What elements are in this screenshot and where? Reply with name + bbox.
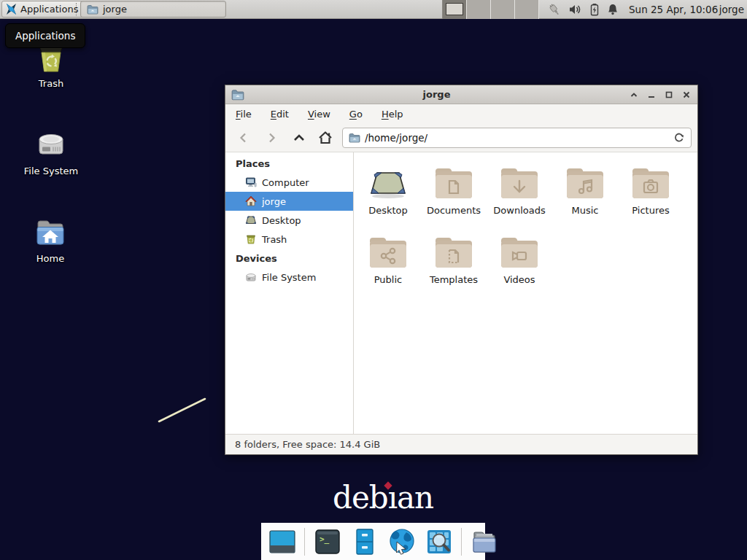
show-desktop-button[interactable] — [267, 526, 297, 556]
path-input[interactable] — [365, 132, 669, 144]
file-cabinet-icon — [350, 527, 379, 556]
folder-item-music[interactable]: Music — [552, 157, 618, 226]
location-bar[interactable] — [342, 128, 692, 148]
battery-icon[interactable] — [588, 3, 601, 16]
back-button[interactable] — [233, 127, 255, 149]
desktop-icon-label: File System — [24, 166, 78, 176]
sidebar-item-trash[interactable]: Trash — [225, 230, 353, 249]
folder-label: Documents — [427, 205, 481, 216]
desktop-place-icon — [245, 214, 257, 226]
volume-icon[interactable] — [568, 3, 581, 16]
pictures-folder-icon — [630, 166, 671, 201]
workspace-2[interactable] — [467, 0, 491, 19]
desktop-icon-label: Home — [36, 253, 64, 264]
menu-view[interactable]: View — [308, 109, 330, 120]
globe-icon — [387, 527, 417, 556]
templates-folder-icon — [433, 235, 474, 270]
network-icon[interactable] — [548, 3, 561, 16]
terminal-launcher[interactable]: >_ — [312, 526, 342, 556]
folder-item-videos[interactable]: Videos — [487, 226, 552, 295]
panel-separator — [76, 3, 79, 16]
shade-button[interactable] — [629, 90, 639, 100]
folder-label: Pictures — [632, 205, 669, 216]
menu-edit[interactable]: Edit — [271, 109, 289, 120]
folder-launcher[interactable] — [469, 526, 499, 556]
maximize-button[interactable] — [664, 90, 674, 100]
file-manager-window: jorge File Edit View Go Help — [225, 85, 698, 455]
file-manager-launcher[interactable] — [349, 526, 379, 556]
folder-grid: Desktop — [355, 157, 684, 295]
stray-line-artifact — [153, 394, 212, 427]
desktop-icon-filesystem[interactable]: File System — [11, 127, 91, 176]
menu-file[interactable]: File — [236, 109, 252, 120]
window-title: jorge — [244, 89, 629, 100]
application-finder-launcher[interactable] — [424, 526, 454, 556]
folder-item-downloads[interactable]: Downloads — [487, 157, 552, 226]
toolbar — [225, 123, 697, 152]
sidebar-item-desktop[interactable]: Desktop — [225, 211, 353, 230]
panel-clock[interactable]: Sun 25 Apr, 10:06 — [629, 0, 718, 19]
window-titlebar[interactable]: jorge — [225, 85, 697, 104]
menu-bar: File Edit View Go Help — [225, 104, 697, 123]
path-folder-icon — [349, 133, 360, 143]
workspace-window-preview — [446, 3, 463, 15]
terminal-icon: >_ — [313, 527, 342, 556]
downloads-folder-icon — [499, 166, 540, 201]
workspace-1[interactable] — [443, 0, 467, 19]
file-view[interactable]: Desktop — [354, 152, 697, 434]
panel-username[interactable]: jorge — [719, 0, 744, 19]
notifications-icon[interactable] — [606, 3, 619, 16]
desktop-icon-home[interactable]: Home — [10, 214, 90, 264]
sidebar-item-computer[interactable]: Computer — [225, 173, 353, 192]
drive-small-icon — [245, 271, 257, 283]
folder-icon — [87, 4, 98, 15]
workspace-3[interactable] — [491, 0, 515, 19]
up-button[interactable] — [288, 127, 310, 149]
dock-separator — [461, 528, 462, 556]
status-bar: 8 folders, Free space: 14.4 GiB — [225, 434, 697, 454]
videos-folder-icon — [499, 235, 540, 270]
sidebar-item-filesystem[interactable]: File System — [225, 268, 353, 287]
music-folder-icon — [565, 166, 605, 201]
applications-menu-icon — [5, 3, 18, 15]
applications-menu-button[interactable]: Applications — [1, 1, 85, 18]
sidebar-header-places: Places — [225, 154, 353, 173]
menu-go[interactable]: Go — [349, 109, 363, 120]
folder-item-templates[interactable]: Templates — [421, 226, 487, 295]
public-folder-icon — [368, 235, 409, 270]
folder-label: Videos — [503, 274, 535, 285]
sidebar-header-devices: Devices — [225, 249, 353, 268]
folder-item-pictures[interactable]: Pictures — [618, 157, 684, 226]
debian-logo-text: an — [397, 480, 433, 516]
workspace-switcher[interactable] — [442, 0, 539, 19]
folder-item-desktop[interactable]: Desktop — [355, 157, 421, 226]
home-folder-icon — [33, 214, 68, 249]
applications-menu-label: Applications — [20, 4, 78, 15]
user-home-icon — [245, 195, 257, 207]
folder-label: Desktop — [368, 205, 408, 216]
computer-icon — [245, 176, 257, 188]
debian-logo: debıan — [333, 480, 433, 516]
app-finder-icon — [425, 527, 454, 556]
taskbar-window-button[interactable]: jorge — [80, 1, 226, 18]
sidebar: Places Computer — [225, 152, 354, 434]
folder-label: Public — [374, 274, 402, 285]
workspace-4[interactable] — [515, 0, 539, 19]
forward-button[interactable] — [260, 127, 282, 149]
menu-help[interactable]: Help — [382, 109, 403, 120]
desktop-folder-icon — [368, 166, 409, 201]
minimize-button[interactable] — [646, 90, 657, 100]
folder-label: Downloads — [493, 205, 545, 216]
home-button[interactable] — [314, 127, 336, 149]
desktop: Applications jorge — [0, 0, 747, 560]
folder-label: Templates — [430, 274, 478, 285]
folder-item-public[interactable]: Public — [355, 226, 421, 295]
open-folder-icon — [470, 527, 499, 556]
hard-drive-icon — [34, 127, 69, 162]
folder-item-documents[interactable]: Documents — [421, 157, 487, 226]
close-button[interactable] — [681, 90, 692, 100]
sidebar-item-jorge[interactable]: jorge — [225, 192, 353, 211]
web-browser-launcher[interactable] — [387, 526, 417, 556]
debian-logo-text: deb — [333, 480, 388, 516]
reload-icon[interactable] — [673, 132, 685, 144]
